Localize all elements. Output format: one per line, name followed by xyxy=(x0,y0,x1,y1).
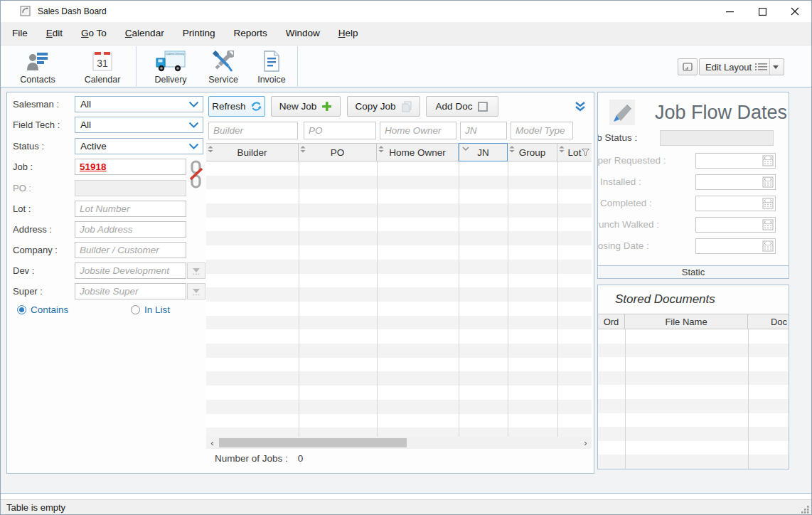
contacts-icon xyxy=(26,51,49,71)
super-dropdown-button[interactable] xyxy=(187,283,205,299)
collapse-filters-button[interactable] xyxy=(570,98,590,115)
toggle-panel-button[interactable] xyxy=(678,58,698,75)
quick-filter-model-type[interactable] xyxy=(511,122,573,139)
toolbar-service-button[interactable]: Service xyxy=(201,46,246,87)
close-icon xyxy=(791,7,799,16)
double-chevron-down-icon xyxy=(575,102,586,112)
punch-walked-field[interactable] xyxy=(695,217,776,233)
menu-go-to[interactable]: Go To xyxy=(72,22,116,45)
status-value: Active xyxy=(80,139,107,154)
refresh-button[interactable]: Refresh xyxy=(208,96,265,117)
filter-funnel-icon xyxy=(582,149,589,156)
closing-date-field[interactable] xyxy=(695,238,776,254)
date-picker-icon[interactable] xyxy=(762,198,774,209)
menu-file[interactable]: File xyxy=(3,22,37,45)
quick-filter-po[interactable] xyxy=(304,122,376,139)
pencil-icon xyxy=(612,102,632,122)
super-label: Super : xyxy=(13,283,43,299)
field-tech-combo[interactable]: All xyxy=(75,117,203,133)
column-header-home-owner[interactable]: Home Owner xyxy=(377,144,459,161)
job-flow-panel: Job Flow Dates Job Status : Super Reques… xyxy=(597,92,789,279)
quick-filter-builder[interactable] xyxy=(208,122,298,139)
salesman-label: Salesman : xyxy=(13,96,59,112)
refresh-label: Refresh xyxy=(212,101,245,112)
menu-edit[interactable]: Edit xyxy=(37,22,72,45)
column-header-lot[interactable]: Lot xyxy=(557,144,592,161)
column-header-jn[interactable]: JN xyxy=(459,143,508,161)
unlink-icon[interactable] xyxy=(188,159,204,189)
edit-layout-button[interactable]: Edit Layout xyxy=(699,58,784,75)
resize-grip-icon[interactable] xyxy=(801,505,810,514)
company-input[interactable] xyxy=(75,242,186,258)
copy-job-button[interactable]: Copy Job xyxy=(347,96,420,117)
super-requested-field[interactable] xyxy=(695,153,776,169)
date-picker-icon[interactable] xyxy=(762,219,774,230)
add-doc-label: Add Doc xyxy=(436,101,473,112)
jobs-count: Number of Jobs :0 xyxy=(215,453,303,464)
scrollbar-thumb[interactable] xyxy=(219,438,407,447)
status-message: Table is empty xyxy=(6,500,65,515)
edit-dates-button[interactable] xyxy=(609,100,635,125)
scroll-left-button[interactable]: ‹ xyxy=(206,437,218,449)
dev-dropdown-button[interactable] xyxy=(187,262,205,279)
radio-contains[interactable] xyxy=(17,305,26,314)
maximize-button[interactable] xyxy=(746,1,779,22)
delivery-truck-icon: Cabinet Delivery xyxy=(155,50,186,73)
column-header-builder[interactable]: Builder xyxy=(206,144,299,161)
column-header-file-name[interactable]: File Name xyxy=(625,314,748,329)
dev-input[interactable] xyxy=(75,262,186,279)
radio-contains-label[interactable]: Contains xyxy=(31,304,68,316)
installed-field[interactable] xyxy=(695,174,776,190)
menu-reports[interactable]: Reports xyxy=(224,22,276,45)
calendar-icon: 31 xyxy=(92,51,113,72)
toolbar-delivery-button[interactable]: Cabinet Delivery Delivery xyxy=(141,46,201,87)
salesman-value: All xyxy=(80,97,91,112)
refresh-icon xyxy=(251,101,262,112)
minimize-button[interactable] xyxy=(713,1,746,22)
toolbar-delivery-label: Delivery xyxy=(154,75,186,85)
salesman-combo[interactable]: All xyxy=(75,96,203,112)
edit-layout-dropdown[interactable] xyxy=(770,65,781,69)
status-combo[interactable]: Active xyxy=(75,138,203,154)
close-button[interactable] xyxy=(779,1,811,22)
dropdown-arrow-icon xyxy=(192,287,201,296)
menu-printing[interactable]: Printing xyxy=(173,22,225,45)
column-header-doc[interactable]: Doc xyxy=(748,314,789,329)
radio-in-list-label[interactable]: In List xyxy=(144,304,170,316)
add-doc-button[interactable]: Add Doc xyxy=(426,96,498,117)
job-input[interactable] xyxy=(75,159,186,175)
new-job-button[interactable]: New Job xyxy=(271,96,341,117)
completed-field[interactable] xyxy=(695,196,776,211)
toolbar-calendar-button[interactable]: 31 Calendar xyxy=(69,46,136,87)
address-input[interactable] xyxy=(75,221,186,238)
scroll-left-icon: ‹ xyxy=(210,437,213,448)
toolbar-contacts-button[interactable]: Contacts xyxy=(6,46,69,87)
document-box-icon xyxy=(477,101,488,112)
menu-window[interactable]: Window xyxy=(277,22,329,45)
plus-icon xyxy=(321,101,332,112)
radio-in-list[interactable] xyxy=(131,305,140,314)
column-header-ord[interactable]: Ord xyxy=(598,314,625,329)
column-header-po[interactable]: PO xyxy=(299,144,377,161)
date-picker-icon[interactable] xyxy=(762,240,774,252)
chevron-down-icon xyxy=(188,143,199,150)
scroll-right-button[interactable]: › xyxy=(579,437,592,449)
maximize-icon xyxy=(759,8,766,16)
super-input[interactable] xyxy=(75,283,186,299)
horizontal-scrollbar[interactable]: ‹ › xyxy=(206,437,592,449)
stored-documents-title: Stored Documents xyxy=(615,292,715,307)
chevron-down-icon xyxy=(188,101,199,108)
quick-filter-jn[interactable] xyxy=(460,122,507,139)
date-picker-icon[interactable] xyxy=(762,155,774,166)
date-picker-icon[interactable] xyxy=(762,176,774,188)
toolbar: Contacts 31 Calendar Cabinet Delivery xyxy=(1,45,811,87)
chevron-down-icon xyxy=(462,147,469,152)
toolbar-calendar-label: Calendar xyxy=(85,75,121,85)
toolbar-invoice-button[interactable]: Invoice xyxy=(246,46,297,87)
quick-filter-home-owner[interactable] xyxy=(380,122,456,139)
menu-help[interactable]: Help xyxy=(329,22,368,45)
window-title: Sales Dash Board xyxy=(38,1,107,22)
menu-calendar[interactable]: Calendar xyxy=(116,22,173,45)
lot-input[interactable] xyxy=(75,201,186,217)
column-header-group[interactable]: Group xyxy=(508,144,557,161)
